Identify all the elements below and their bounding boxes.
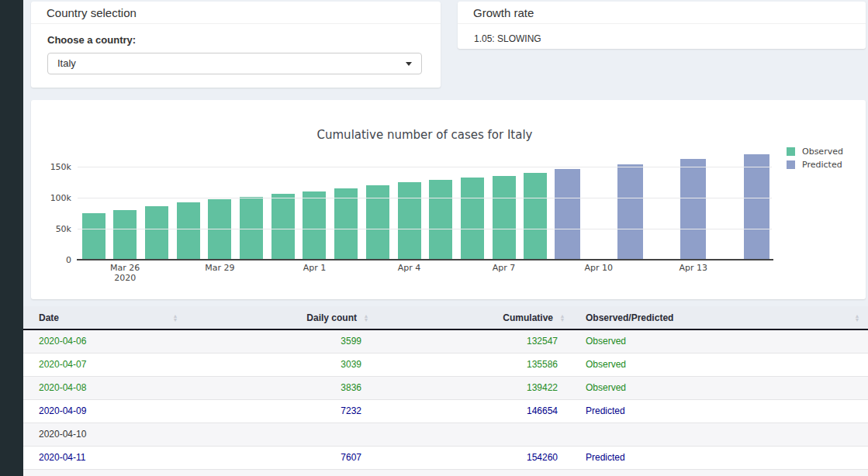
- chart-title: Cumulative number of cases for Italy: [78, 128, 772, 142]
- sidebar: [0, 0, 23, 476]
- daily-count-cell: [188, 423, 372, 446]
- table-row[interactable]: 2020-04-117607154260Predicted: [23, 446, 868, 469]
- cumulative-cell: 132547: [372, 329, 569, 353]
- daily-count-cell: 3599: [188, 329, 372, 353]
- cumulative-cell: 154260: [372, 446, 569, 469]
- gridline: [78, 167, 772, 167]
- daily-count-cell: 3836: [188, 376, 372, 399]
- observed-bar[interactable]: [82, 213, 105, 260]
- x-axis-tick-label: Apr 7: [477, 263, 531, 273]
- table-row[interactable]: 2020-04-097232146654Predicted: [23, 399, 868, 423]
- table-row[interactable]: 2020-04-10: [23, 423, 868, 446]
- observed-swatch-icon: [787, 147, 795, 156]
- table-row[interactable]: 2020-04-083836139422Observed: [23, 376, 868, 399]
- y-axis-tick-label: 150k: [37, 162, 71, 172]
- x-axis-tick-label: Apr 1: [287, 263, 341, 273]
- daily-count-cell: 7232: [188, 399, 372, 423]
- table-row: [23, 469, 868, 476]
- daily-count-cell: 3039: [188, 353, 372, 376]
- sort-icon[interactable]: [852, 314, 862, 322]
- date-cell: 2020-04-11: [23, 446, 188, 469]
- chart-legend: Observed Predicted: [787, 147, 843, 173]
- observed-bar[interactable]: [271, 194, 295, 260]
- date-cell: 2020-04-10: [23, 423, 188, 446]
- status-cell: [569, 423, 868, 446]
- cumulative-cell: [372, 423, 569, 446]
- legend-item-predicted[interactable]: Predicted: [787, 160, 843, 170]
- cases-table: Date Daily count Cumulative: [23, 306, 868, 476]
- table-row[interactable]: 2020-04-073039135586Observed: [23, 353, 868, 376]
- growth-rate-value: 1.05: SLOWING: [474, 31, 541, 44]
- sort-icon[interactable]: [361, 314, 371, 322]
- cumulative-cell: 139422: [372, 376, 569, 399]
- table-header-row: Date Daily count Cumulative: [23, 306, 868, 329]
- observed-bar[interactable]: [493, 176, 516, 260]
- legend-predicted-label: Predicted: [802, 160, 842, 170]
- status-cell: Predicted: [569, 446, 868, 469]
- predicted-swatch-icon: [787, 160, 795, 169]
- main-content: Country selection Choose a country: Ital…: [23, 0, 868, 476]
- y-axis-tick-label: 100k: [37, 193, 71, 203]
- chevron-down-icon: [406, 62, 412, 66]
- status-cell: Observed: [569, 376, 868, 399]
- legend-observed-label: Observed: [802, 147, 843, 157]
- x-axis-tick-label: Mar 29: [192, 263, 247, 273]
- country-select[interactable]: Italy: [47, 53, 422, 74]
- cumulative-cell: 146654: [372, 399, 569, 423]
- country-panel-title: Country selection: [31, 2, 441, 24]
- observed-bar[interactable]: [461, 178, 484, 260]
- observed-bar[interactable]: [177, 202, 200, 260]
- observed-bar[interactable]: [398, 182, 421, 260]
- table-row[interactable]: 2020-04-063599132547Observed: [23, 329, 868, 353]
- cumulative-cell: 135586: [372, 353, 569, 376]
- growth-rate-panel: Growth rate 1.05: SLOWING: [458, 2, 866, 49]
- observed-bar[interactable]: [334, 188, 358, 260]
- status-cell: Observed: [569, 353, 868, 376]
- observed-bar[interactable]: [524, 173, 547, 260]
- date-cell: 2020-04-09: [23, 399, 188, 423]
- sort-icon[interactable]: [171, 314, 180, 322]
- observed-bar[interactable]: [429, 180, 452, 260]
- x-axis-tick-label: Apr 10: [572, 263, 626, 273]
- x-axis-line: [77, 259, 773, 260]
- date-cell: 2020-04-06: [23, 329, 188, 353]
- gridline: [78, 229, 772, 229]
- column-header-daily-count[interactable]: Daily count: [188, 306, 372, 329]
- y-axis-tick-label: 50k: [37, 224, 71, 234]
- observed-bar[interactable]: [303, 191, 326, 260]
- column-header-observed-predicted[interactable]: Observed/Predicted: [569, 306, 868, 329]
- gridline: [78, 198, 772, 198]
- date-cell: 2020-04-07: [23, 353, 188, 376]
- status-cell: Observed: [569, 329, 868, 353]
- growth-rate-title: Growth rate: [458, 2, 866, 24]
- country-select-value: Italy: [57, 57, 76, 69]
- y-axis-tick-label: 0: [37, 255, 71, 265]
- date-cell: 2020-04-08: [23, 376, 188, 399]
- column-header-cumulative[interactable]: Cumulative: [372, 306, 569, 329]
- observed-bar[interactable]: [113, 210, 137, 260]
- status-cell: Predicted: [569, 399, 868, 423]
- predicted-bar[interactable]: [555, 169, 580, 260]
- daily-count-cell: 7607: [188, 446, 372, 469]
- sort-icon[interactable]: [558, 314, 567, 322]
- x-axis-tick-label: Apr 4: [382, 263, 437, 273]
- observed-bar[interactable]: [366, 185, 389, 260]
- observed-bar[interactable]: [208, 199, 231, 260]
- country-selection-panel: Country selection Choose a country: Ital…: [31, 2, 441, 88]
- observed-bar[interactable]: [145, 206, 168, 260]
- x-axis-tick-label: Mar 262020: [98, 263, 152, 283]
- legend-item-observed[interactable]: Observed: [787, 147, 843, 157]
- predicted-bar[interactable]: [680, 159, 706, 260]
- x-axis-tick-label: Apr 13: [666, 263, 721, 273]
- country-select-label: Choose a country:: [47, 34, 425, 46]
- column-header-date[interactable]: Date: [23, 306, 188, 329]
- predicted-bar[interactable]: [744, 154, 769, 260]
- predicted-bar[interactable]: [617, 164, 643, 260]
- cumulative-cases-chart[interactable]: Cumulative number of cases for Italy Obs…: [31, 100, 866, 299]
